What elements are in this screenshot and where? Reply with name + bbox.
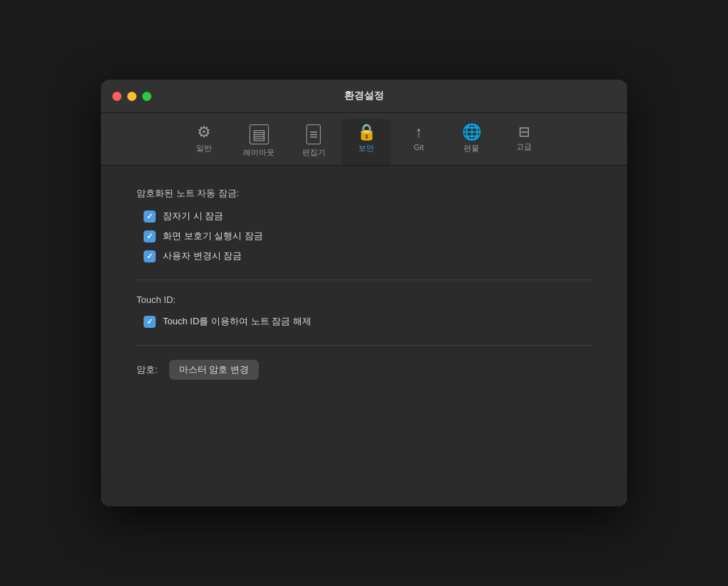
tab-security[interactable]: 🔒 보안 [341, 119, 391, 165]
layout-icon: ▤ [250, 124, 269, 144]
minimize-button[interactable] [127, 92, 136, 101]
checkbox-user-switch-box[interactable] [144, 250, 156, 262]
touchid-section: Touch ID: Touch ID를 이용하여 노트 잠금 해제 [136, 294, 592, 328]
git-icon: ↑ [415, 124, 423, 140]
titlebar: 환경설정 [101, 80, 627, 113]
traffic-lights [112, 92, 151, 101]
checkbox-screensaver-label: 화면 보호기 실행시 잠금 [163, 230, 263, 243]
gear-icon: ⚙ [197, 124, 211, 140]
tab-git-label: Git [414, 143, 424, 151]
checkbox-user-switch[interactable]: 사용자 변경시 잠금 [144, 250, 592, 262]
close-button[interactable] [112, 92, 122, 101]
checkbox-touchid-box[interactable] [144, 316, 156, 328]
tab-general-label: 일반 [196, 143, 212, 154]
tab-layout[interactable]: ▤ 레이아웃 [232, 119, 286, 165]
tab-layout-label: 레이아웃 [243, 147, 274, 158]
checkbox-screensaver-box[interactable] [144, 230, 156, 243]
tab-general[interactable]: ⚙ 일반 [179, 119, 229, 165]
lock-icon: 🔒 [357, 124, 376, 140]
password-label: 암호: [136, 363, 158, 376]
window-title: 환경설정 [344, 90, 384, 102]
content-area: 암호화된 노트 자동 잠금: 잠자기 시 잠금 화면 보호기 실행시 잠금 사용… [101, 166, 627, 418]
tab-editor-label: 편집기 [302, 147, 326, 158]
tab-git[interactable]: ↑ Git [394, 119, 444, 165]
tab-fonts-label: 편물 [464, 143, 479, 154]
password-row: 암호: 마스터 암호 변경 [136, 360, 592, 380]
tab-editor[interactable]: ≡ 편집기 [289, 119, 338, 165]
checkbox-sleep-label: 잠자기 시 잠금 [163, 210, 223, 223]
tab-fonts[interactable]: 🌐 편물 [446, 119, 496, 165]
auto-lock-checkboxes: 잠자기 시 잠금 화면 보호기 실행시 잠금 사용자 변경시 잠금 [136, 210, 592, 262]
auto-lock-title: 암호화된 노트 자동 잠금: [136, 187, 592, 200]
divider-1 [136, 279, 592, 280]
editor-icon: ≡ [306, 124, 321, 144]
checkbox-user-switch-label: 사용자 변경시 잠금 [163, 250, 242, 262]
tab-advanced-label: 고급 [516, 142, 532, 152]
touchid-title: Touch ID: [136, 294, 592, 305]
tab-security-label: 보안 [358, 143, 374, 154]
checkbox-screensaver[interactable]: 화면 보호기 실행시 잠금 [144, 230, 592, 243]
checkbox-touchid-label: Touch ID를 이용하여 노트 잠금 해제 [163, 315, 311, 328]
checkbox-sleep-box[interactable] [144, 211, 156, 223]
globe-icon: 🌐 [462, 124, 481, 140]
sliders-icon: ⊟ [518, 124, 530, 139]
auto-lock-section: 암호화된 노트 자동 잠금: 잠자기 시 잠금 화면 보호기 실행시 잠금 사용… [136, 187, 592, 262]
preferences-window: 환경설정 ⚙ 일반 ▤ 레이아웃 ≡ 편집기 🔒 보안 ↑ Git 🌐 편물 ⊟ [101, 80, 627, 506]
toolbar: ⚙ 일반 ▤ 레이아웃 ≡ 편집기 🔒 보안 ↑ Git 🌐 편물 ⊟ 고급 [101, 113, 627, 166]
checkbox-touchid[interactable]: Touch ID를 이용하여 노트 잠금 해제 [144, 315, 592, 328]
checkbox-sleep[interactable]: 잠자기 시 잠금 [144, 210, 592, 223]
tab-advanced[interactable]: ⊟ 고급 [499, 119, 549, 165]
divider-2 [136, 345, 592, 346]
change-master-password-button[interactable]: 마스터 암호 변경 [169, 360, 259, 380]
maximize-button[interactable] [142, 92, 151, 101]
password-section: 암호: 마스터 암호 변경 [136, 360, 592, 380]
touchid-checkboxes: Touch ID를 이용하여 노트 잠금 해제 [136, 315, 592, 328]
